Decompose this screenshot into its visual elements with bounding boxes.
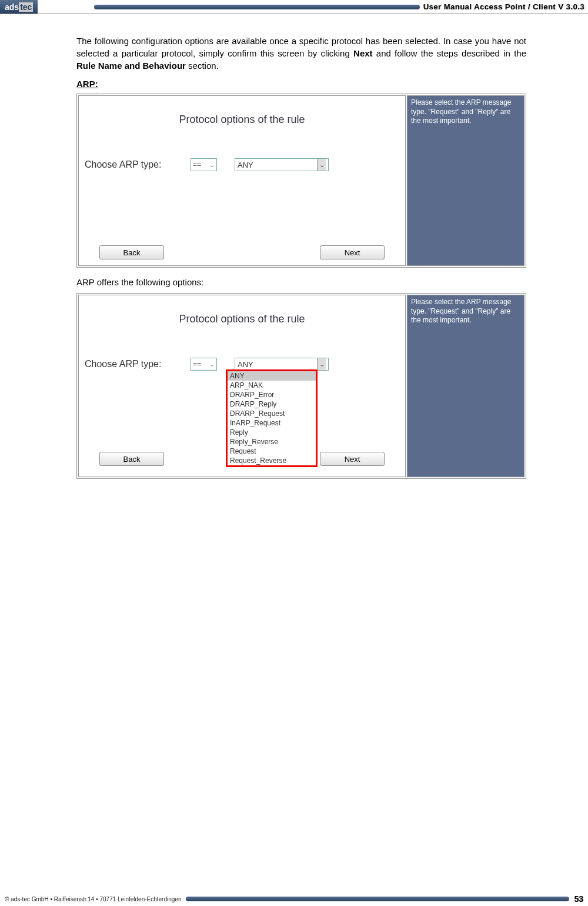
arp-type-label: Choose ARP type: xyxy=(85,159,191,170)
header-title: User Manual Access Point / Client V 3.0.… xyxy=(423,2,588,11)
arp-screenshot-2: Protocol options of the rule Choose ARP … xyxy=(76,293,526,479)
page-footer: © ads-tec GmbH • Raiffeisenstr.14 • 7077… xyxy=(0,894,588,904)
panel-title: Protocol options of the rule xyxy=(79,114,405,126)
next-button[interactable]: Next xyxy=(320,245,385,259)
arp-type-select[interactable]: ANY xyxy=(235,358,329,371)
arp-options-caption: ARP offers the following options: xyxy=(76,277,526,287)
copyright: © ads-tec GmbH • Raiffeisenstr.14 • 7077… xyxy=(5,896,181,902)
option-inarp-request[interactable]: InARP_Request xyxy=(228,418,316,428)
intro-paragraph: The following configuration options are … xyxy=(76,35,526,72)
help-panel: Please select the ARP message type. "Req… xyxy=(407,95,524,266)
arp-heading: ARP: xyxy=(76,79,526,89)
header-divider xyxy=(94,5,419,9)
arp-screenshot-1: Protocol options of the rule Choose ARP … xyxy=(76,94,526,268)
option-request-reverse[interactable]: Request_Reverse xyxy=(228,456,316,465)
back-button[interactable]: Back xyxy=(99,452,164,466)
next-button[interactable]: Next xyxy=(320,452,385,466)
option-drarp-reply[interactable]: DRARP_Reply xyxy=(228,399,316,409)
logo-right: tec xyxy=(19,2,33,12)
option-any[interactable]: ANY xyxy=(228,371,316,381)
logo: adstec xyxy=(0,0,38,14)
arp-type-label: Choose ARP type: xyxy=(85,359,191,369)
option-arp-nak[interactable]: ARP_NAK xyxy=(228,381,316,390)
operator-select[interactable]: == xyxy=(191,358,217,371)
option-reply[interactable]: Reply xyxy=(228,428,316,437)
arp-type-select[interactable]: ANY xyxy=(235,158,329,171)
option-drarp-request[interactable]: DRARP_Request xyxy=(228,409,316,418)
option-reply-reverse[interactable]: Reply_Reverse xyxy=(228,437,316,447)
arp-type-dropdown[interactable]: ANY ARP_NAK DRARP_Error DRARP_Reply DRAR… xyxy=(226,369,318,467)
back-button[interactable]: Back xyxy=(99,245,164,259)
option-request[interactable]: Request xyxy=(228,447,316,456)
logo-left: ads xyxy=(5,2,19,12)
option-drarp-error[interactable]: DRARP_Error xyxy=(228,390,316,399)
footer-divider xyxy=(186,897,569,901)
panel-title: Protocol options of the rule xyxy=(79,313,405,325)
page-header: adstec User Manual Access Point / Client… xyxy=(0,0,588,14)
page-number: 53 xyxy=(574,894,583,904)
operator-select[interactable]: == xyxy=(191,158,217,171)
help-panel: Please select the ARP message type. "Req… xyxy=(407,295,524,477)
